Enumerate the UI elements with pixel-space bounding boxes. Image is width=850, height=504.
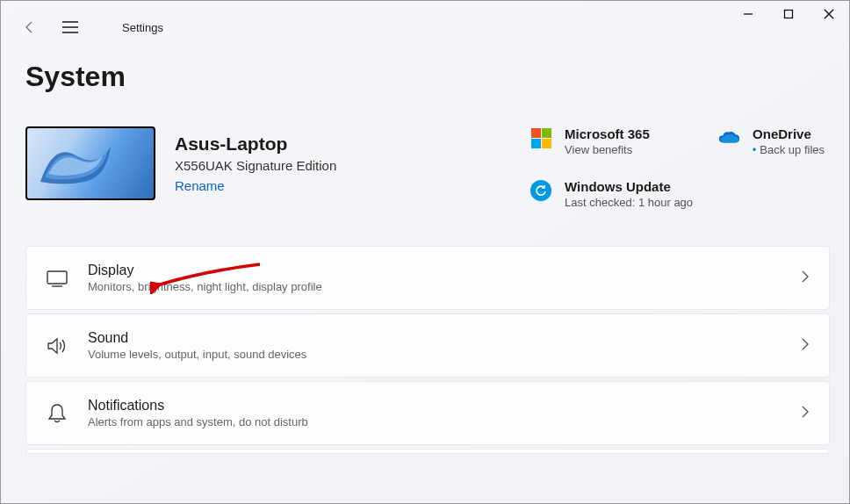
device-info: Asus-Laptop X556UAK Signature Edition Re… xyxy=(175,133,336,193)
sound-title: Sound xyxy=(88,330,801,346)
update-sub: Last checked: 1 hour ago xyxy=(565,196,693,209)
sound-icon xyxy=(46,335,68,357)
device-section: Asus-Laptop X556UAK Signature Edition Re… xyxy=(25,126,825,209)
minimize-button[interactable] xyxy=(728,1,768,27)
onedrive-icon xyxy=(717,126,740,149)
display-item[interactable]: Display Monitors, brightness, night ligh… xyxy=(25,246,830,310)
notifications-sub: Alerts from apps and system, do not dist… xyxy=(88,415,801,428)
notifications-icon xyxy=(46,402,68,425)
close-button[interactable] xyxy=(809,1,849,27)
device-model: X556UAK Signature Edition xyxy=(175,158,336,173)
sound-sub: Volume levels, output, input, sound devi… xyxy=(88,348,801,361)
windows-update-icon xyxy=(529,179,552,202)
chevron-right-icon xyxy=(801,270,810,287)
notifications-title: Notifications xyxy=(88,398,801,414)
top-bar: Settings xyxy=(1,1,849,40)
onedrive-sub: •Back up files xyxy=(753,143,825,156)
onedrive-title: OneDrive xyxy=(753,126,825,141)
windows-update-tile[interactable]: Windows Update Last checked: 1 hour ago xyxy=(529,179,693,209)
onedrive-tile[interactable]: OneDrive •Back up files xyxy=(717,126,825,156)
page-title: System xyxy=(25,61,849,93)
svg-rect-7 xyxy=(47,271,67,284)
chevron-right-icon xyxy=(801,337,810,355)
ms365-title: Microsoft 365 xyxy=(565,126,650,141)
maximize-button[interactable] xyxy=(768,1,809,27)
display-title: Display xyxy=(88,263,801,278)
hamburger-menu-button[interactable] xyxy=(61,18,80,37)
desktop-preview-image xyxy=(25,126,155,200)
app-title: Settings xyxy=(122,21,163,34)
next-item-peek xyxy=(25,449,830,454)
sound-item[interactable]: Sound Volume levels, output, input, soun… xyxy=(25,313,830,378)
settings-list: Display Monitors, brightness, night ligh… xyxy=(25,246,830,454)
window-controls xyxy=(728,1,849,27)
svg-rect-1 xyxy=(785,11,793,18)
chevron-right-icon xyxy=(801,405,810,422)
display-icon xyxy=(46,267,68,290)
ms365-sub: View benefits xyxy=(565,143,650,156)
rename-link[interactable]: Rename xyxy=(175,178,336,193)
device-name: Asus-Laptop xyxy=(175,133,336,155)
service-tiles: Microsoft 365 View benefits OneDrive •Ba… xyxy=(529,126,825,209)
device-summary: Asus-Laptop X556UAK Signature Edition Re… xyxy=(25,126,336,200)
microsoft365-tile[interactable]: Microsoft 365 View benefits xyxy=(529,126,693,156)
back-button[interactable] xyxy=(20,18,40,37)
microsoft-logo-icon xyxy=(529,126,552,149)
update-title: Windows Update xyxy=(565,179,693,194)
display-sub: Monitors, brightness, night light, displ… xyxy=(88,280,801,293)
notifications-item[interactable]: Notifications Alerts from apps and syste… xyxy=(25,381,830,445)
